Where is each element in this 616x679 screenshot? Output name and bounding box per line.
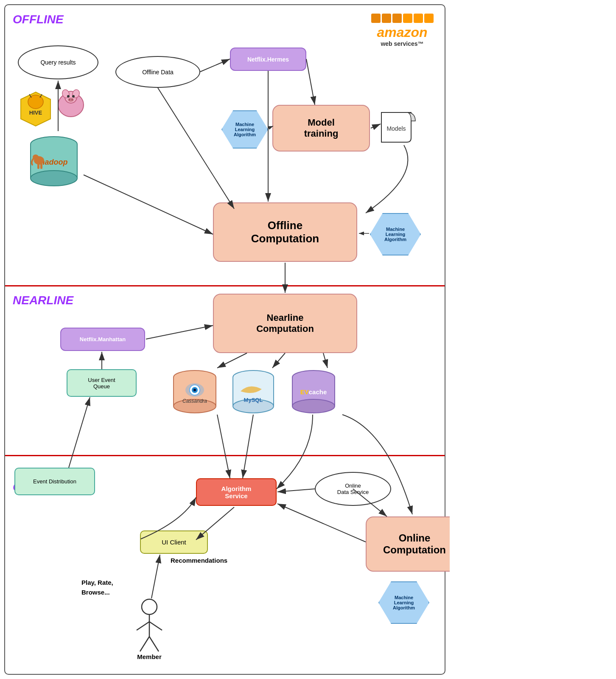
ml-algorithm-1-node: Machine Learning Algorithm (221, 110, 268, 149)
svg-point-9 (67, 95, 70, 98)
svg-line-50 (149, 622, 162, 630)
divider-nearline-online (5, 455, 445, 456)
svg-point-2 (28, 95, 43, 109)
svg-text:Cassandra: Cassandra (182, 398, 207, 404)
main-container: amazon web services™ OFFLINE NEARLINE ON… (4, 4, 445, 675)
hive-icon: HIVE (19, 90, 53, 128)
svg-line-52 (149, 637, 159, 651)
nearline-computation-node: Nearline Computation (213, 294, 357, 353)
aws-webservices-text: web services™ (368, 40, 436, 47)
nearline-computation-label: Nearline Computation (256, 312, 314, 334)
models-node: Models (379, 110, 417, 144)
svg-line-66 (323, 353, 328, 368)
online-computation-label: Online Computation (383, 532, 446, 556)
online-data-service-node: Online Data Service (315, 472, 391, 506)
svg-line-64 (217, 353, 247, 368)
svg-text:MySQL: MySQL (244, 397, 263, 403)
event-distribution-node: Event Distribution (14, 468, 95, 495)
online-data-service-label: Online Data Service (337, 483, 369, 495)
offline-computation-label: Offline Computation (251, 219, 319, 245)
svg-point-47 (142, 599, 157, 614)
svg-text:Models: Models (386, 125, 406, 132)
svg-line-56 (200, 59, 230, 72)
aws-amazon-text: amazon (368, 25, 436, 40)
svg-line-69 (69, 397, 90, 468)
member-label: Member (132, 653, 166, 660)
ml-algorithm-3-label: Machine Learning Algorithm (393, 595, 415, 610)
svg-line-65 (272, 353, 285, 368)
offline-data-node: Offline Data (115, 56, 200, 88)
svg-line-67 (146, 325, 213, 339)
aws-box-3 (392, 14, 402, 23)
svg-point-10 (72, 95, 75, 98)
svg-line-76 (151, 555, 160, 598)
offline-label: OFFLINE (13, 13, 64, 26)
aws-box-5 (414, 14, 423, 23)
offline-computation-node: Offline Computation (213, 202, 357, 262)
svg-text:HIVE: HIVE (29, 109, 42, 116)
ml-algorithm-1-label: Machine Learning Algorithm (234, 122, 256, 137)
recommendations-label: Recommendations (171, 557, 227, 564)
svg-text:hadoop: hadoop (40, 158, 68, 166)
svg-text:EVcache: EVcache (300, 388, 327, 396)
netflix-manhattan-node: Netflix.Manhattan (60, 328, 145, 351)
query-results-label: Query results (40, 59, 76, 66)
ml-algorithm-3-node: Machine Learning Algorithm (378, 581, 429, 624)
cassandra-cylinder: Cassandra (168, 368, 221, 416)
mysql-cylinder: MySQL (228, 368, 279, 416)
netflix-manhattan-label: Netflix.Manhattan (80, 336, 126, 342)
svg-point-12 (69, 99, 70, 101)
svg-line-72 (277, 489, 315, 492)
ml-algorithm-2-label: Machine Learning Algorithm (384, 227, 406, 242)
aws-box-6 (424, 14, 434, 23)
svg-line-57 (158, 88, 234, 209)
algorithm-service-node: Algorithm Service (196, 478, 277, 506)
model-training-label: Model training (304, 117, 339, 139)
svg-line-49 (137, 622, 149, 630)
svg-line-51 (140, 637, 149, 651)
aws-box-2 (382, 14, 391, 23)
divider-offline-nearline (5, 285, 445, 286)
user-event-queue-node: User Event Queue (67, 369, 137, 397)
offline-data-label: Offline Data (142, 69, 174, 76)
member-figure: Member (132, 598, 166, 660)
algorithm-service-label: Algorithm Service (221, 485, 252, 499)
aws-boxes-icon (368, 14, 436, 23)
online-computation-node: Online Computation (366, 516, 450, 572)
user-event-queue-label: User Event Queue (88, 377, 115, 390)
play-rate-browse-label: Play, Rate, Browse... (81, 578, 113, 597)
svg-rect-23 (40, 163, 42, 169)
aws-box-4 (403, 14, 412, 23)
svg-point-45 (292, 399, 335, 413)
netflix-hermes-label: Netflix.Hermes (247, 56, 289, 63)
evcache-cylinder: EVcache (287, 368, 340, 416)
ml-algorithm-2-node: Machine Learning Algorithm (370, 213, 421, 255)
svg-line-58 (306, 59, 315, 105)
model-training-node: Model training (272, 105, 370, 152)
aws-box-1 (371, 14, 381, 23)
hadoop-cylinder: hadoop (26, 132, 81, 188)
pig-icon (55, 88, 87, 122)
svg-point-13 (71, 99, 73, 101)
query-results-node: Query results (18, 45, 98, 79)
ui-client-node: UI Client (140, 530, 208, 554)
ui-client-label: UI Client (162, 539, 186, 546)
svg-line-77 (84, 175, 213, 234)
svg-line-74 (277, 504, 366, 542)
svg-point-33 (193, 389, 196, 391)
event-distribution-label: Event Distribution (33, 478, 76, 485)
nearline-label: NEARLINE (13, 294, 73, 307)
svg-line-70 (217, 415, 230, 478)
svg-line-71 (243, 415, 253, 478)
svg-rect-22 (37, 163, 39, 169)
aws-logo: amazon web services™ (368, 14, 436, 47)
svg-point-18 (31, 171, 77, 186)
netflix-hermes-node: Netflix.Hermes (230, 48, 306, 71)
